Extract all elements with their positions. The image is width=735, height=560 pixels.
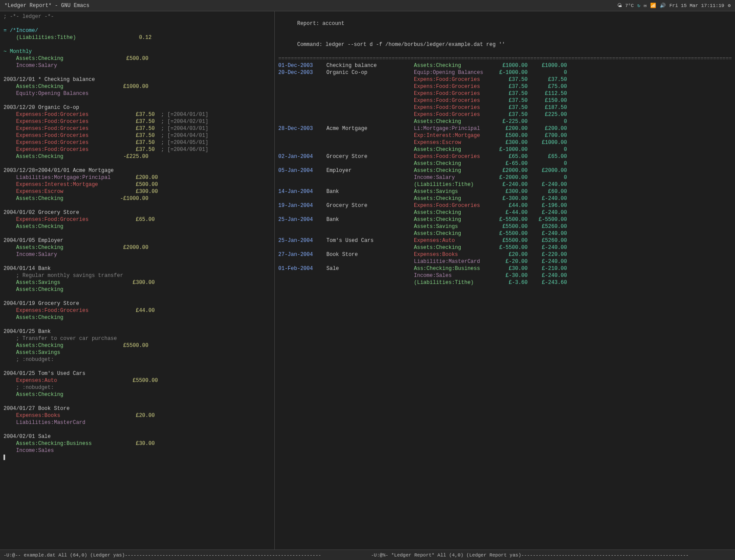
blank-line-12	[4, 398, 271, 405]
report-row-9a: 25-Jan-2004 Tom's Used Cars Expenses:Aut…	[278, 237, 732, 244]
checking-grocery: Assets:Checking	[4, 223, 271, 230]
auto-5500: Expenses:Auto £5500.00	[4, 377, 271, 384]
escrow: Expenses:Escrow £300.00	[4, 188, 271, 195]
statusbar: -U:@-- example.dat All (64,0) (Ledger ya…	[0, 550, 735, 560]
left-editor-pane[interactable]: ; -*- ledger -*- = /*Income/ (Liabilitie…	[0, 11, 275, 550]
report-separator: ========================================…	[278, 55, 732, 62]
grocery-store-tx: 2004/01/02 Grocery Store	[4, 209, 271, 216]
organic-coop-tx: 2003/12/20 Organic Co-op	[4, 104, 271, 111]
report-row-3d: Assets:Checking £-1000.00 0	[278, 146, 732, 153]
refresh-icon: ↻	[637, 3, 640, 8]
blank-line-10	[4, 321, 271, 328]
checking-5500: Assets:Checking £5500.00	[4, 342, 271, 349]
blank-line-3	[4, 69, 271, 76]
right-report-pane[interactable]: Report: account Command: ledger --sort d…	[275, 11, 735, 550]
interest-mortgage: Expenses:Interest:Mortgage £500.00	[4, 181, 271, 188]
income-sales: Income:Sales	[4, 447, 271, 454]
mortgage-principal: Liabilities:Mortgage:Principal £200.00	[4, 174, 271, 181]
groceries-6: Expenses:Food:Groceries £37.50 ; [=2004/…	[4, 146, 271, 153]
report-row-2e: Expens:Food:Groceries £37.50 £150.00	[278, 97, 732, 104]
report-row-3c: Expenses:Escrow £300.00 £1000.00	[278, 139, 732, 146]
weather-icon: 🌤 7°C	[617, 3, 634, 8]
savings-300: Assets:Savings £300.00	[4, 279, 271, 286]
report-row-6a: 14-Jan-2004 Bank Assets:Savings £300.00 …	[278, 188, 732, 195]
report-row-2c: Expens:Food:Groceries £37.50 £75.00	[278, 83, 732, 90]
statusbar-left: -U:@-- example.dat All (64,0) (Ledger ya…	[0, 553, 368, 558]
report-row-6b: Assets:Checking £-300.00 £-240.00	[278, 195, 732, 202]
bank-tx-jan25: 2004/01/25 Bank	[4, 328, 271, 335]
report-row-3a: 28-Dec-2003 Acme Mortgage Li:Mortgage:Pr…	[278, 125, 732, 132]
checking-grocery2: Assets:Checking	[4, 314, 271, 321]
savings-comment: ; Regular monthly savings transfer	[4, 272, 271, 279]
report-row-2f: Expens:Food:Groceries £37.50 £187.50	[278, 104, 732, 111]
report-row-4a: 02-Jan-2004 Grocery Store Expens:Food:Gr…	[278, 153, 732, 160]
income-salary-entry: Income:Salary	[4, 62, 271, 69]
main-content: ; -*- ledger -*- = /*Income/ (Liabilitie…	[0, 11, 735, 550]
blank-line-7	[4, 230, 271, 237]
sale-tx: 2004/02/01 Sale	[4, 433, 271, 440]
blank-line-11	[4, 363, 271, 370]
employer-tx: 2004/01/05 Employer	[4, 237, 271, 244]
acme-mortgage-tx: 2003/12/28=2004/01/01 Acme Mortgage	[4, 167, 271, 174]
checking-savings: Assets:Checking	[4, 286, 271, 293]
checking-business-30: Assets:Checking:Business £30.00	[4, 440, 271, 447]
blank-line-5	[4, 160, 271, 167]
report-row-4b: Assets:Checking £-65.00 0	[278, 160, 732, 167]
cursor-line: ▌	[4, 454, 271, 461]
report-row-3b: Exp:Interest:Mortgage £500.00 £700.00	[278, 132, 732, 139]
blank-line-9	[4, 293, 271, 300]
statusbar-right: -U:@%- *Ledger Report* All (4,0) (Ledger…	[368, 553, 735, 558]
report-command: Command: ledger --sort d -f /home/borbus…	[278, 34, 732, 55]
monthly-heading: ~ Monthly	[4, 48, 271, 55]
report-row-7a: 19-Jan-2004 Grocery Store Expens:Food:Gr…	[278, 202, 732, 209]
report-row-10b: Liabilitie:MasterCard £-20.00 £-240.00	[278, 258, 732, 265]
titlebar-icons: 🌤 7°C ↻ ✉ 📶 🔊 Fri 15 Mar 17:11:19 ⚙	[617, 3, 731, 8]
report-row-5a: 05-Jan-2004 Employer Assets:Checking £20…	[278, 167, 732, 174]
car-purchase-comment: ; Transfer to cover car purchase	[4, 335, 271, 342]
blank-line-2	[4, 41, 271, 48]
bank-tx-jan14: 2004/01/14 Bank	[4, 265, 271, 272]
groceries-1: Expenses:Food:Groceries £37.50 ; [=2004/…	[4, 111, 271, 118]
network-icon: 📶	[650, 3, 656, 8]
report-row-8c: Assets:Checking £-5500.00 £-240.00	[278, 230, 732, 237]
checking-2000: Assets:Checking £2000.00	[4, 244, 271, 251]
nobudget-comment1: ; :nobudget:	[4, 356, 271, 363]
mastercard: Liabilities:MasterCard	[4, 419, 271, 426]
blank-line-13	[4, 426, 271, 433]
titlebar: *Ledger Report* - GNU Emacs 🌤 7°C ↻ ✉ 📶 …	[0, 0, 735, 11]
liabilities-tithe-entry: (Liabilities:Tithe) 0.12	[4, 34, 271, 41]
blank-line-8	[4, 258, 271, 265]
report-row-11c: (Liabilities:Tithe) £-3.60 £-243.60	[278, 279, 732, 286]
income-salary-2: Income:Salary	[4, 251, 271, 258]
report-row-7b: Assets:Checking £-44.00 £-240.00	[278, 209, 732, 216]
checking-auto: Assets:Checking	[4, 391, 271, 398]
report-header: Report: account	[278, 13, 732, 34]
checking-balance-tx: 2003/12/01 * Checking balance	[4, 76, 271, 83]
report-row-11b: Income:Sales £-30.00 £-240.00	[278, 272, 732, 279]
report-row-8a: 25-Jan-2004 Bank Assets:Checking £-5500.…	[278, 216, 732, 223]
checking-225: Assets:Checking -£225.00	[4, 153, 271, 160]
grocery-store-tx2: 2004/01/19 Grocery Store	[4, 300, 271, 307]
email-icon: ✉	[644, 3, 647, 8]
blank-line-1	[4, 20, 271, 27]
income-heading: = /*Income/	[4, 27, 271, 34]
ledger-comment-line: ; -*- ledger -*-	[4, 13, 271, 20]
equity-opening: Equity:Opening Balances	[4, 90, 271, 97]
groceries-3: Expenses:Food:Groceries £37.50 ; [=2004/…	[4, 125, 271, 132]
savings-car: Assets:Savings	[4, 349, 271, 356]
report-row-2h: Assets:Checking £-225.00 0	[278, 118, 732, 125]
settings-icon: ⚙	[728, 3, 731, 8]
report-row-2d: Expens:Food:Groceries £37.50 £112.50	[278, 90, 732, 97]
report-row-2g: Expens:Food:Groceries £37.50 £225.00	[278, 111, 732, 118]
food-groceries-65: Expenses:Food:Groceries £65.00	[4, 216, 271, 223]
groceries-5: Expenses:Food:Groceries £37.50 ; [=2004/…	[4, 139, 271, 146]
books-20: Expenses:Books £20.00	[4, 412, 271, 419]
report-row-1: 01-Dec-2003 Checking balance Assets:Chec…	[278, 62, 732, 69]
report-row-11a: 01-Feb-2004 Sale Ass:Checking:Business £…	[278, 265, 732, 272]
groceries-4: Expenses:Food:Groceries £37.50 ; [=2004/…	[4, 132, 271, 139]
food-44: Expenses:Food:Groceries £44.00	[4, 307, 271, 314]
report-row-5c: (Liabilities:Tithe) £-240.00 £-240.00	[278, 181, 732, 188]
blank-line-6	[4, 202, 271, 209]
nobudget-comment2: ; :nobudget:	[4, 384, 271, 391]
clock: Fri 15 Mar 17:11:19	[669, 3, 724, 8]
